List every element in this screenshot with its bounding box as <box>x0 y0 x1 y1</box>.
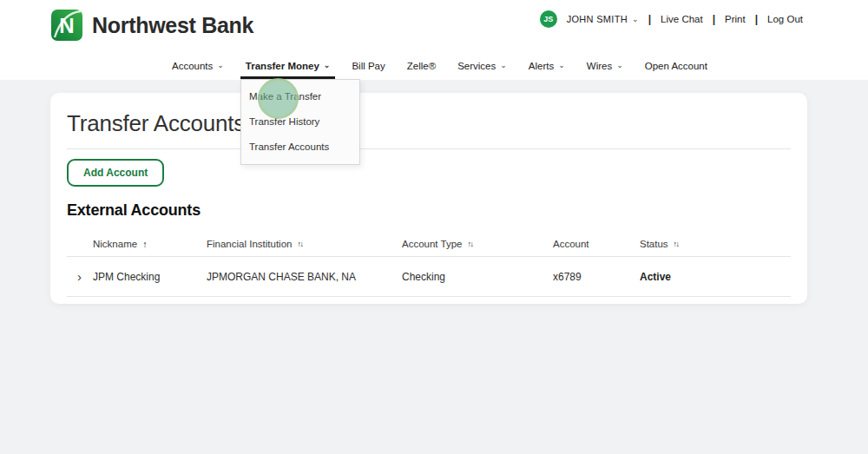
chevron-down-icon: ⌄ <box>500 62 507 69</box>
sort-icon: ↑↓ <box>467 240 472 248</box>
nav-bill-pay[interactable]: Bill Pay <box>352 52 385 79</box>
nav-transfer-money[interactable]: Transfer Money ⌄ <box>240 52 336 79</box>
nav-open-account[interactable]: Open Account <box>645 52 707 79</box>
cell-institution: JPMORGAN CHASE BANK, NA <box>207 271 402 283</box>
sort-icon: ↑↓ <box>674 240 679 248</box>
cell-nickname: JPM Checking <box>93 271 207 283</box>
app-header: N Northwest Bank JS JOHN SMITH ⌄ | Live … <box>0 0 868 80</box>
nav-zelle[interactable]: Zelle® <box>407 52 436 79</box>
bank-name: Northwest Bank <box>92 13 253 38</box>
cell-account-type: Checking <box>402 271 553 283</box>
nav-accounts[interactable]: Accounts ⌄ <box>172 52 224 79</box>
avatar[interactable]: JS <box>540 10 557 28</box>
external-accounts-table: Nickname ↑ Financial Institution ↑↓ Acco… <box>67 232 791 297</box>
chevron-down-icon: ⌄ <box>616 62 623 69</box>
table-header-row: Nickname ↑ Financial Institution ↑↓ Acco… <box>67 232 791 256</box>
logout-link[interactable]: Log Out <box>767 14 803 24</box>
header-status[interactable]: Status ↑↓ <box>640 239 791 249</box>
sort-ascending-icon: ↑ <box>142 239 148 249</box>
chevron-down-icon: ⌄ <box>217 62 224 69</box>
chevron-down-icon: ⌄ <box>324 62 331 69</box>
header-account-type[interactable]: Account Type ↑↓ <box>402 239 553 249</box>
nav-alerts[interactable]: Alerts ⌄ <box>529 52 565 79</box>
nav-services[interactable]: Services ⌄ <box>457 52 507 79</box>
cell-status: Active <box>640 271 791 283</box>
cell-account: x6789 <box>553 271 640 283</box>
live-chat-link[interactable]: Live Chat <box>661 14 703 24</box>
user-name-label: JOHN SMITH <box>567 14 628 24</box>
separator: | <box>648 13 651 25</box>
bank-logo[interactable]: N Northwest Bank <box>50 9 253 42</box>
transfer-accounts-card: Transfer Accounts Add Account External A… <box>50 93 807 304</box>
divider <box>67 148 791 149</box>
separator: | <box>713 13 715 25</box>
print-link[interactable]: Print <box>725 14 746 24</box>
user-menu[interactable]: JOHN SMITH ⌄ <box>567 14 639 24</box>
menu-item-transfer-history[interactable]: Transfer History <box>241 109 359 134</box>
header-account: Account <box>553 239 640 249</box>
external-accounts-heading: External Accounts <box>67 201 791 220</box>
menu-item-make-a-transfer[interactable]: Make a Transfer <box>241 83 359 109</box>
header-nickname[interactable]: Nickname ↑ <box>93 239 207 249</box>
chevron-down-icon: ⌄ <box>558 62 565 69</box>
expand-row-icon[interactable]: › <box>67 270 93 283</box>
divider <box>67 296 791 297</box>
page-title: Transfer Accounts <box>67 110 791 137</box>
chevron-down-icon: ⌄ <box>632 16 639 23</box>
separator: | <box>755 13 758 25</box>
bank-logo-icon: N <box>50 9 83 42</box>
utility-bar: JS JOHN SMITH ⌄ | Live Chat | Print | Lo… <box>540 10 803 28</box>
sort-icon: ↑↓ <box>297 240 302 248</box>
logo-letter: N <box>59 14 74 37</box>
main-nav: Accounts ⌄ Transfer Money ⌄ Bill Pay Zel… <box>172 52 707 79</box>
table-row[interactable]: › JPM Checking JPMORGAN CHASE BANK, NA C… <box>67 257 791 296</box>
transfer-money-dropdown: Make a Transfer Transfer History Transfe… <box>240 79 360 165</box>
add-account-button[interactable]: Add Account <box>67 159 164 187</box>
header-financial-institution[interactable]: Financial Institution ↑↓ <box>207 239 402 249</box>
nav-wires[interactable]: Wires ⌄ <box>587 52 623 79</box>
menu-item-transfer-accounts[interactable]: Transfer Accounts <box>241 134 359 159</box>
